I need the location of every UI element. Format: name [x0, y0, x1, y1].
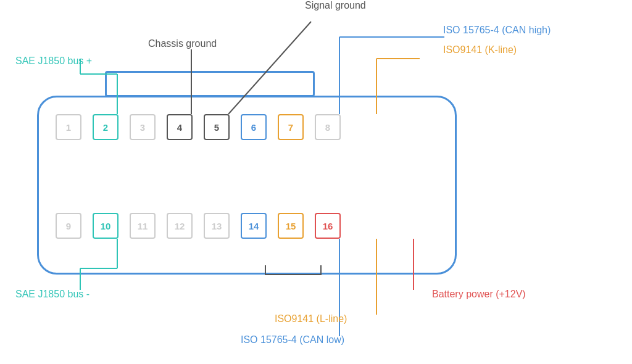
pin-12: 12 — [167, 213, 193, 239]
pin-5: 5 — [204, 114, 230, 140]
bottom-pin-row: 9 10 11 12 13 14 15 16 — [56, 213, 341, 239]
pin-13: 13 — [204, 213, 230, 239]
sae-plus-label: SAE J1850 bus + — [15, 56, 92, 67]
signal-ground-label: Signal ground — [305, 0, 366, 11]
obd-diagram: 1 2 3 4 5 6 7 8 9 10 11 12 13 14 15 16 — [0, 0, 632, 364]
pin-10: 10 — [93, 213, 118, 239]
can-high-label: ISO 15765-4 (CAN high) — [443, 25, 551, 36]
pin-6: 6 — [241, 114, 267, 140]
pin-4: 4 — [167, 114, 193, 140]
iso9141-l-label: ISO9141 (L-line) — [275, 313, 347, 325]
top-pin-row: 1 2 3 4 5 6 7 8 — [56, 114, 341, 140]
pin-8: 8 — [315, 114, 341, 140]
sae-minus-label: SAE J1850 bus - — [15, 289, 89, 300]
can-low-label: ISO 15765-4 (CAN low) — [241, 334, 344, 345]
connector-key — [105, 71, 315, 97]
iso9141-k-label: ISO9141 (K-line) — [443, 44, 517, 56]
battery-label: Battery power (+12V) — [432, 289, 526, 300]
pin-16: 16 — [315, 213, 341, 239]
pin-15: 15 — [278, 213, 304, 239]
pin-2: 2 — [93, 114, 118, 140]
pin-9: 9 — [56, 213, 81, 239]
pin-1: 1 — [56, 114, 81, 140]
pin-14: 14 — [241, 213, 267, 239]
pin-7: 7 — [278, 114, 304, 140]
pin-11: 11 — [130, 213, 156, 239]
pin-3: 3 — [130, 114, 156, 140]
chassis-ground-label: Chassis ground — [148, 38, 217, 49]
